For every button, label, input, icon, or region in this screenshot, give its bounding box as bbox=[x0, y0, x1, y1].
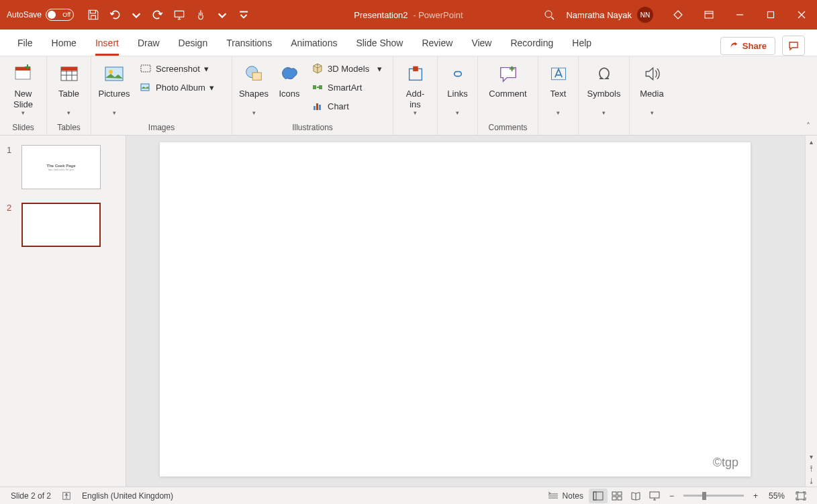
smartart-icon bbox=[311, 81, 324, 93]
fit-to-window-button[interactable] bbox=[790, 491, 812, 501]
group-label-tables: Tables bbox=[51, 121, 87, 135]
close-button[interactable] bbox=[786, 0, 817, 30]
reading-view-button[interactable] bbox=[626, 489, 645, 503]
diamond-icon[interactable] bbox=[663, 0, 693, 30]
tab-view[interactable]: View bbox=[462, 30, 501, 56]
slide-thumbnail-1[interactable]: The Geek Page tips and tricks for you bbox=[21, 145, 101, 189]
chart-button[interactable]: Chart bbox=[307, 98, 386, 114]
tab-design[interactable]: Design bbox=[169, 30, 218, 56]
svg-rect-24 bbox=[593, 492, 596, 500]
title-bar: AutoSave Off Presentation2 - PowerPoint … bbox=[0, 0, 817, 30]
smartart-button[interactable]: SmartArt bbox=[307, 79, 386, 95]
comment-button[interactable]: Comment bbox=[482, 59, 534, 102]
screenshot-button[interactable]: Screenshot ▾ bbox=[136, 60, 218, 77]
scroll-up-icon[interactable]: ▴ bbox=[806, 136, 817, 148]
icons-button[interactable]: Icons bbox=[274, 59, 305, 102]
slideshow-start-icon[interactable] bbox=[173, 9, 185, 21]
minimize-button[interactable] bbox=[724, 0, 755, 30]
group-label-comments: Comments bbox=[482, 121, 534, 135]
svg-rect-27 bbox=[612, 497, 616, 500]
user-name[interactable]: Namratha Nayak bbox=[566, 10, 632, 20]
chevron-down-icon[interactable] bbox=[216, 9, 228, 21]
chevron-down-icon[interactable] bbox=[130, 9, 142, 21]
cube-icon bbox=[311, 62, 324, 74]
previous-slide-icon[interactable]: ⭱ bbox=[806, 462, 817, 474]
zoom-in-button[interactable]: + bbox=[748, 491, 763, 501]
collapse-ribbon-icon[interactable]: ˄ bbox=[806, 121, 810, 131]
slide-sorter-view-button[interactable] bbox=[608, 489, 626, 503]
slide-counter[interactable]: Slide 2 of 2 bbox=[5, 491, 56, 501]
omega-icon bbox=[592, 62, 616, 86]
next-slide-icon[interactable]: ⭳ bbox=[806, 474, 817, 487]
accessibility-button[interactable] bbox=[56, 491, 77, 501]
text-button[interactable]: Text▾ bbox=[542, 59, 574, 119]
svg-rect-7 bbox=[105, 67, 123, 81]
normal-view-button[interactable] bbox=[589, 489, 608, 503]
svg-rect-25 bbox=[612, 492, 616, 495]
svg-rect-6 bbox=[61, 67, 77, 70]
photo-album-button[interactable]: Photo Album ▾ bbox=[136, 79, 218, 95]
search-icon[interactable] bbox=[539, 9, 559, 20]
scroll-down-icon[interactable]: ▾ bbox=[806, 450, 817, 462]
media-button[interactable]: Media▾ bbox=[634, 59, 670, 119]
vertical-scrollbar[interactable]: ▴ ▾ ⭱ ⭳ bbox=[805, 136, 817, 487]
ribbon-display-icon[interactable] bbox=[693, 0, 724, 30]
svg-rect-9 bbox=[141, 65, 150, 72]
language-button[interactable]: English (United Kingdom) bbox=[77, 491, 179, 501]
undo-icon[interactable] bbox=[109, 9, 121, 21]
ribbon-tabs: File Home Insert Draw Design Transitions… bbox=[0, 30, 817, 56]
tab-transitions[interactable]: Transitions bbox=[217, 30, 281, 56]
svg-point-8 bbox=[109, 70, 113, 74]
maximize-button[interactable] bbox=[755, 0, 786, 30]
table-icon bbox=[57, 62, 81, 86]
slideshow-view-button[interactable] bbox=[645, 489, 664, 503]
redo-icon[interactable] bbox=[152, 9, 164, 21]
tab-draw[interactable]: Draw bbox=[128, 30, 169, 56]
shapes-button[interactable]: Shapes▾ bbox=[236, 59, 271, 119]
link-icon bbox=[446, 62, 470, 86]
svg-rect-1 bbox=[705, 11, 713, 18]
table-button[interactable]: Table▾ bbox=[51, 59, 87, 119]
comments-pane-button[interactable] bbox=[782, 36, 805, 56]
tab-insert[interactable]: Insert bbox=[86, 30, 128, 56]
user-avatar[interactable]: NN bbox=[637, 7, 653, 23]
tab-review[interactable]: Review bbox=[412, 30, 462, 56]
svg-rect-2 bbox=[768, 12, 774, 18]
save-icon[interactable] bbox=[87, 9, 99, 21]
notes-button[interactable]: Notes bbox=[542, 491, 589, 501]
svg-rect-23 bbox=[593, 492, 603, 500]
links-button[interactable]: Links▾ bbox=[442, 59, 473, 119]
text-box-icon bbox=[546, 62, 571, 86]
3d-models-button[interactable]: 3D Models ▾ bbox=[307, 60, 386, 77]
svg-rect-12 bbox=[252, 72, 261, 80]
tab-home[interactable]: Home bbox=[42, 30, 86, 56]
zoom-level[interactable]: 55% bbox=[763, 491, 790, 501]
share-button[interactable]: Share bbox=[720, 37, 775, 55]
thumb-number: 1 bbox=[7, 145, 15, 155]
zoom-out-button[interactable]: − bbox=[664, 491, 679, 501]
customize-qat-icon[interactable] bbox=[238, 9, 250, 21]
addins-button[interactable]: Add- ins▾ bbox=[397, 59, 433, 119]
symbols-button[interactable]: Symbols▾ bbox=[583, 59, 625, 119]
slide-thumbnail-2[interactable] bbox=[21, 203, 101, 247]
tab-file[interactable]: File bbox=[8, 30, 42, 56]
tab-recording[interactable]: Recording bbox=[501, 30, 563, 56]
tab-animations[interactable]: Animations bbox=[281, 30, 346, 56]
addins-icon bbox=[403, 62, 428, 86]
svg-rect-29 bbox=[650, 492, 659, 498]
tab-slideshow[interactable]: Slide Show bbox=[346, 30, 412, 56]
tab-help[interactable]: Help bbox=[563, 30, 601, 56]
chart-icon bbox=[311, 100, 324, 112]
slide-canvas[interactable]: ©tgp bbox=[160, 142, 751, 476]
workspace: 1 The Geek Page tips and tricks for you … bbox=[0, 136, 817, 487]
autosave-toggle[interactable]: Off bbox=[46, 9, 74, 21]
pictures-icon bbox=[102, 62, 126, 86]
group-label-slides: Slides bbox=[4, 121, 42, 135]
shapes-icon bbox=[242, 62, 266, 86]
comment-icon bbox=[788, 40, 799, 51]
svg-rect-30 bbox=[798, 493, 804, 499]
touch-mode-icon[interactable] bbox=[195, 9, 207, 21]
zoom-slider[interactable] bbox=[683, 495, 744, 497]
pictures-button[interactable]: Pictures▾ bbox=[95, 59, 133, 119]
new-slide-button[interactable]: New Slide▾ bbox=[4, 59, 42, 119]
